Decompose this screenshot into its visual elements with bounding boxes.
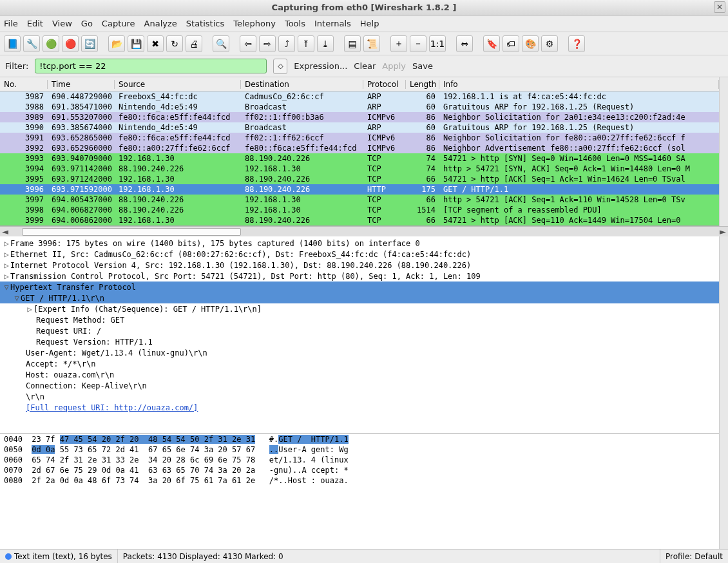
detail-version: Request Version: HTTP/1.1 (36, 338, 153, 347)
menu-telephony[interactable]: Telephony (233, 19, 276, 28)
filter-save-button[interactable]: Save (412, 61, 433, 71)
filter-clear-button[interactable]: Clear (354, 61, 376, 71)
go-last-icon[interactable]: ⤓ (317, 35, 334, 52)
tree-toggle-icon[interactable]: ▷ (3, 250, 10, 259)
details-scrollbar[interactable] (719, 236, 728, 434)
zoom-in-icon[interactable]: ＋ (390, 35, 407, 52)
status-profile[interactable]: Profile: Default (666, 552, 723, 561)
start-capture-icon[interactable]: 🟢 (43, 35, 59, 52)
packet-row[interactable]: 3997694.00543700088.190.240.226192.168.1… (0, 195, 719, 205)
auto-scroll-icon[interactable]: 📜 (363, 35, 380, 52)
menubar: File Edit View Go Capture Analyze Statis… (0, 15, 728, 32)
packet-row[interactable]: 3998694.00682700088.190.240.226192.168.1… (0, 205, 719, 215)
packet-row[interactable]: 3990693.385674000Nintendo_4d:e5:49Broadc… (0, 122, 719, 133)
colorize-icon[interactable]: ▤ (344, 35, 361, 52)
menu-edit[interactable]: Edit (27, 19, 43, 28)
filter-expression-button[interactable]: Expression... (294, 61, 347, 71)
packet-row[interactable]: 3988691.385471000Nintendo_4d:e5:49Broadc… (0, 102, 719, 112)
detail-accept: Accept: */*\r\n (26, 359, 95, 368)
packet-row[interactable]: 3994693.97114200088.190.240.226192.168.1… (0, 164, 719, 174)
toolbar: 📘 🔧 🟢 🔴 🔄 📂 💾 ✖ ↻ 🖨 🔍 ⇦ ⇨ ⤴ ⤒ ⤓ ▤ 📜 ＋ － … (0, 32, 728, 55)
packet-list[interactable]: 3987690.448729000FreeboxS_44:fc:dcCadmus… (0, 91, 719, 226)
restart-capture-icon[interactable]: 🔄 (81, 35, 98, 52)
menu-tools[interactable]: Tools (285, 19, 305, 28)
packet-row[interactable]: 3995693.971242000192.168.1.3088.190.240.… (0, 174, 719, 184)
menu-help[interactable]: Help (360, 19, 379, 28)
hex-pane[interactable]: 0040 23 7f 47 45 54 20 2f 20 48 54 54 50… (0, 434, 719, 549)
zoom-out-icon[interactable]: － (410, 35, 426, 52)
help-icon[interactable]: ❓ (568, 35, 585, 52)
hex-offset: 0050 (4, 445, 23, 454)
menu-go[interactable]: Go (81, 19, 93, 28)
column-no[interactable]: No. (0, 80, 48, 89)
packet-list-hscroll[interactable]: ◄ ► (0, 226, 728, 236)
column-destination[interactable]: Destination (241, 80, 363, 89)
stop-capture-icon[interactable]: 🔴 (62, 35, 79, 52)
menu-view[interactable]: View (52, 19, 72, 28)
detail-uri: Request URI: / (36, 327, 101, 336)
menu-internals[interactable]: Internals (314, 19, 351, 28)
tree-toggle-icon[interactable]: ▽ (13, 294, 21, 303)
column-protocol[interactable]: Protocol (363, 80, 406, 89)
hex-offset: 0060 (4, 455, 23, 464)
filter-history-spinner[interactable]: ◇ (273, 59, 287, 74)
detail-crlf: \r\n (26, 392, 44, 401)
column-info[interactable]: Info (439, 80, 719, 89)
expert-info-icon[interactable] (5, 553, 12, 560)
go-forward-icon[interactable]: ⇨ (259, 35, 276, 52)
menu-analyze[interactable]: Analyze (144, 19, 177, 28)
filter-bar: Filter: ◇ Expression... Clear Apply Save (0, 55, 728, 77)
display-filters-icon[interactable]: 🏷 (503, 35, 519, 52)
filter-label: Filter: (5, 61, 28, 71)
menu-statistics[interactable]: Statistics (186, 19, 224, 28)
tree-toggle-icon[interactable]: ▽ (3, 283, 10, 292)
detail-full-uri-link[interactable]: [Full request URI: http://ouaza.com/] (26, 403, 198, 412)
capture-options-icon[interactable]: 🔧 (23, 35, 40, 52)
column-time[interactable]: Time (48, 80, 115, 89)
column-length[interactable]: Length (406, 80, 439, 89)
close-file-icon[interactable]: ✖ (147, 35, 164, 52)
go-to-packet-icon[interactable]: ⤴ (278, 35, 295, 52)
print-icon[interactable]: 🖨 (186, 35, 202, 52)
resize-columns-icon[interactable]: ⇔ (456, 35, 473, 52)
detail-ip: Internet Protocol Version 4, Src: 192.16… (10, 261, 471, 270)
packet-row[interactable]: 3999694.006862000192.168.1.3088.190.240.… (0, 215, 719, 225)
detail-frame: Frame 3996: 175 bytes on wire (1400 bits… (10, 239, 420, 248)
filter-apply-button[interactable]: Apply (382, 61, 406, 71)
reload-icon[interactable]: ↻ (166, 35, 183, 52)
status-packets: Packets: 4130 Displayed: 4130 Marked: 0 (123, 552, 283, 561)
packet-details[interactable]: ▷Frame 3996: 175 bytes on wire (1400 bit… (0, 236, 719, 434)
go-back-icon[interactable]: ⇦ (240, 35, 256, 52)
filter-input[interactable] (35, 59, 267, 73)
packet-list-scrollbar[interactable] (719, 77, 728, 226)
tree-toggle-icon[interactable]: ▷ (3, 239, 10, 248)
detail-ethernet: Ethernet II, Src: CadmusCo_62:6c:cf (08:… (10, 250, 471, 259)
packet-row[interactable]: 3991693.652865000fe80::f6ca:e5ff:fe44:fc… (0, 133, 719, 143)
zoom-reset-icon[interactable]: 1:1 (429, 35, 446, 52)
save-icon[interactable]: 💾 (128, 35, 144, 52)
preferences-icon[interactable]: ⚙ (541, 35, 558, 52)
capture-filters-icon[interactable]: 🔖 (483, 35, 500, 52)
go-first-icon[interactable]: ⤒ (298, 35, 314, 52)
interfaces-icon[interactable]: 📘 (4, 35, 21, 52)
hex-scrollbar[interactable] (719, 434, 728, 549)
menu-file[interactable]: File (4, 19, 18, 28)
packet-row[interactable]: 3987690.448729000FreeboxS_44:fc:dcCadmus… (0, 91, 719, 102)
menu-capture[interactable]: Capture (102, 19, 135, 28)
status-left: Text item (text), 16 bytes (14, 552, 112, 561)
hex-offset: 0070 (4, 466, 23, 475)
detail-http-getline: GET / HTTP/1.1\r\n (21, 294, 104, 303)
window-close-button[interactable]: ✕ (714, 1, 725, 13)
find-icon[interactable]: 🔍 (213, 35, 229, 52)
packet-row[interactable]: 3989691.553207000fe80::f6ca:e5ff:fe44:fc… (0, 112, 719, 122)
packet-row[interactable]: 3993693.940709000192.168.1.3088.190.240.… (0, 153, 719, 164)
hex-offset: 0080 (4, 476, 23, 485)
packet-row[interactable]: 3996693.971592000192.168.1.3088.190.240.… (0, 184, 719, 195)
coloring-rules-icon[interactable]: 🎨 (522, 35, 539, 52)
column-source[interactable]: Source (115, 80, 241, 89)
tree-toggle-icon[interactable]: ▷ (3, 261, 10, 270)
open-icon[interactable]: 📂 (108, 35, 125, 52)
tree-toggle-icon[interactable]: ▷ (26, 305, 34, 314)
packet-row[interactable]: 3992693.652960000fe80::a00:27ff:fe62:6cc… (0, 143, 719, 153)
tree-toggle-icon[interactable]: ▷ (3, 272, 10, 281)
